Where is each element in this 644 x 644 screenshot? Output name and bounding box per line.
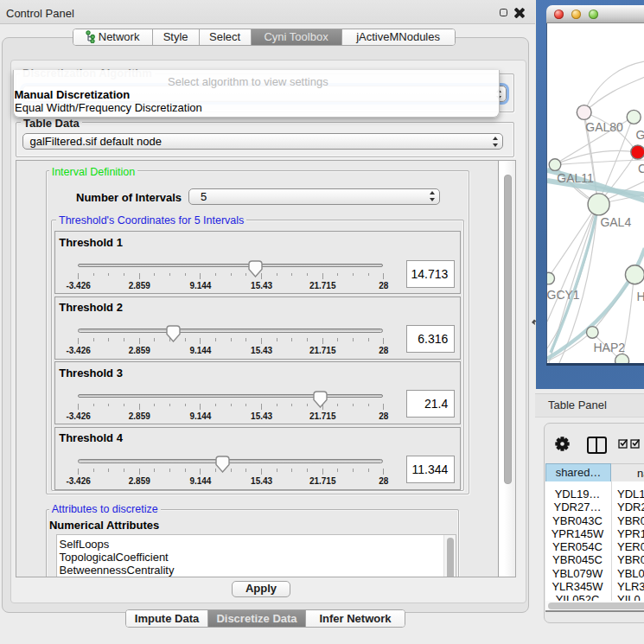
svg-text:GAL4: GAL4 (600, 215, 631, 229)
svg-text:GA: GA (636, 128, 644, 142)
svg-text:C: C (638, 162, 644, 175)
svg-text:GAL11: GAL11 (557, 171, 594, 185)
svg-text:GAL80: GAL80 (585, 120, 623, 134)
svg-text:H: H (637, 290, 644, 303)
svg-text:HAP2: HAP2 (594, 341, 626, 354)
svg-text:GCY1: GCY1 (547, 288, 580, 302)
